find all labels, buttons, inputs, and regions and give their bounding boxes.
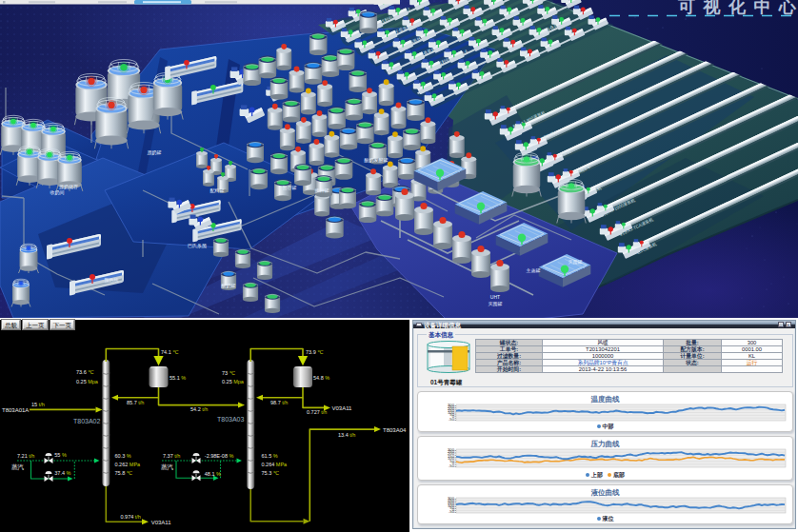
svg-text:0.974 t/h: 0.974 t/h [121,514,141,520]
svg-text:蒸汽: 蒸汽 [11,463,25,471]
svg-text:V03A11: V03A11 [332,405,353,411]
svg-text:蒸汽: 蒸汽 [161,463,174,471]
svg-text:54.2 t/h: 54.2 t/h [190,406,208,412]
svg-text:55.1 %: 55.1 % [170,375,186,381]
svg-text:V03A11: V03A11 [151,520,172,525]
svg-text:接种罐: 接种罐 [315,187,329,193]
svg-text:54.8 %: 54.8 % [313,375,329,381]
svg-text:0.25 Mpa: 0.25 Mpa [222,379,245,384]
svg-text:可视化中心: 可视化中心 [677,0,798,16]
svg-text:酸奶发酵罐: 酸奶发酵罐 [365,157,389,164]
svg-text:-2.98E-08 %: -2.98E-08 % [205,453,234,459]
svg-text:60.3 %: 60.3 % [115,453,131,459]
svg-text:酸奶罐: 酸奶罐 [222,283,236,289]
svg-text:73.6 ℃: 73.6 ℃ [76,369,93,375]
svg-text:74.1 ℃: 74.1 ℃ [161,349,178,355]
svg-text:-50: -50 [449,417,455,422]
svg-text:0.262 MPa: 0.262 MPa [115,462,142,467]
svg-text:48.1 %: 48.1 % [205,471,221,477]
svg-text:61.5 %: 61.5 % [262,453,278,459]
svg-text:原奶罐: 原奶罐 [148,149,162,156]
svg-text:85.7 t/h: 85.7 t/h [127,400,144,405]
svg-text:0.264 MPa: 0.264 MPa [262,462,289,467]
svg-text:灭菌罐: 灭菌罐 [489,301,503,307]
svg-text:-50: -50 [449,463,455,468]
svg-text:T803A02: T803A02 [73,418,101,424]
svg-text:37.4 %: 37.4 % [54,470,70,476]
svg-text:7.21 t/h: 7.21 t/h [17,453,34,459]
svg-text:0.727 t/h: 0.727 t/h [307,409,327,415]
svg-text:T803A03: T803A03 [217,416,245,423]
svg-text:75.3 ℃: 75.3 ℃ [262,470,279,476]
svg-text:75.8 ℃: 75.8 ℃ [115,470,132,476]
svg-text:暂存罐: 暂存罐 [283,185,297,190]
svg-text:UHT: UHT [490,294,500,300]
svg-text:-50: -50 [449,509,455,514]
svg-text:配料罐: 配料罐 [210,187,225,194]
svg-text:预热线: 预热线 [105,277,119,284]
svg-text:73.9 ℃: 73.9 ℃ [306,349,323,355]
svg-text:巴氏杀菌: 巴氏杀菌 [188,243,207,249]
svg-text:T803A04: T803A04 [383,427,407,433]
svg-text:灭菌罐: 灭菌罐 [569,259,583,266]
svg-text:7.37 t/h: 7.37 t/h [163,453,180,459]
svg-text:15 t/h: 15 t/h [31,402,45,407]
svg-text:98.7 t/h: 98.7 t/h [270,400,288,405]
svg-text:55 %: 55 % [54,452,67,458]
svg-text:T803A01A: T803A01A [2,407,29,413]
svg-text:73 ℃: 73 ℃ [222,370,235,376]
svg-text:13.4 t/h: 13.4 t/h [338,432,355,438]
svg-text:0.25 Mpa: 0.25 Mpa [76,379,99,384]
svg-text:主蒸罐: 主蒸罐 [527,267,541,273]
svg-text:收奶间: 收奶间 [50,189,65,196]
